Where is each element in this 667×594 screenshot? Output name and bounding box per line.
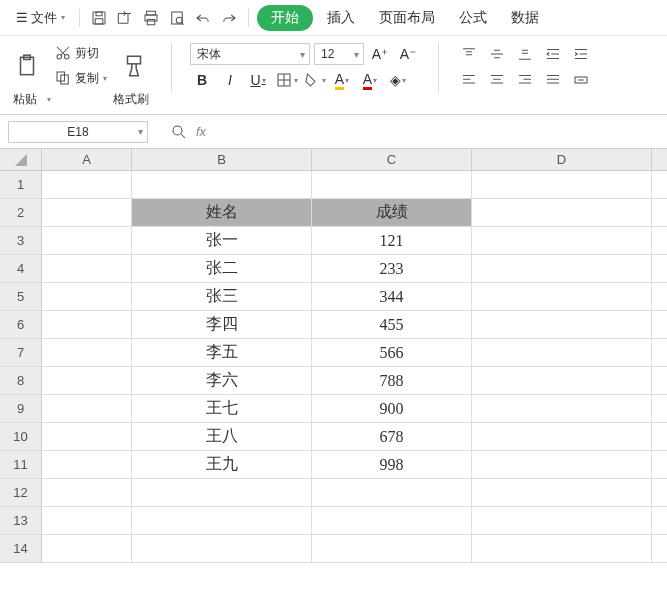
cell[interactable] <box>42 451 132 478</box>
cell[interactable]: 121 <box>312 227 472 254</box>
cell[interactable] <box>42 367 132 394</box>
fill-color-button[interactable]: ▾ <box>302 68 326 92</box>
col-header-C[interactable]: C <box>312 149 472 170</box>
undo-icon[interactable] <box>192 7 214 29</box>
cell[interactable]: 李五 <box>132 339 312 366</box>
save-as-icon[interactable] <box>114 7 136 29</box>
cell[interactable] <box>42 199 132 226</box>
row-header[interactable]: 12 <box>0 479 42 506</box>
cell[interactable] <box>472 227 652 254</box>
cell[interactable]: 成绩 <box>312 199 472 226</box>
align-top-button[interactable] <box>457 42 481 66</box>
row-header[interactable]: 5 <box>0 283 42 310</box>
cell[interactable]: 李四 <box>132 311 312 338</box>
cell[interactable]: 王九 <box>132 451 312 478</box>
row-header[interactable]: 4 <box>0 255 42 282</box>
increase-font-button[interactable]: A⁺ <box>368 42 392 66</box>
row-header[interactable]: 14 <box>0 535 42 562</box>
bold-button[interactable]: B <box>190 68 214 92</box>
cell[interactable] <box>132 535 312 562</box>
tab-insert[interactable]: 插入 <box>317 5 365 31</box>
cell[interactable] <box>472 199 652 226</box>
preview-icon[interactable] <box>166 7 188 29</box>
row-header[interactable]: 10 <box>0 423 42 450</box>
cell[interactable] <box>472 255 652 282</box>
cell[interactable] <box>42 255 132 282</box>
row-header[interactable]: 11 <box>0 451 42 478</box>
cell[interactable] <box>312 507 472 534</box>
copy-button[interactable]: 复制▾ <box>50 67 111 89</box>
cell[interactable] <box>42 283 132 310</box>
row-header[interactable]: 8 <box>0 367 42 394</box>
paste-button[interactable] <box>8 51 46 81</box>
hamburger-menu[interactable]: ☰ 文件 ▾ <box>10 6 71 30</box>
cell[interactable]: 566 <box>312 339 472 366</box>
cell[interactable]: 455 <box>312 311 472 338</box>
cell[interactable]: 900 <box>312 395 472 422</box>
cell[interactable]: 788 <box>312 367 472 394</box>
tab-data[interactable]: 数据 <box>501 5 549 31</box>
decrease-font-button[interactable]: A⁻ <box>396 42 420 66</box>
format-painter-button[interactable] <box>115 51 153 81</box>
col-header-D[interactable]: D <box>472 149 652 170</box>
col-header-B[interactable]: B <box>132 149 312 170</box>
cell[interactable] <box>312 171 472 198</box>
cell[interactable] <box>42 395 132 422</box>
increase-indent-button[interactable] <box>569 42 593 66</box>
cell[interactable] <box>472 423 652 450</box>
cell[interactable] <box>42 227 132 254</box>
cell[interactable] <box>472 507 652 534</box>
cell[interactable] <box>472 283 652 310</box>
cell[interactable] <box>42 311 132 338</box>
print-icon[interactable] <box>140 7 162 29</box>
redo-icon[interactable] <box>218 7 240 29</box>
select-all-corner[interactable] <box>0 149 42 170</box>
underline-button[interactable]: U▾ <box>246 68 270 92</box>
cell[interactable] <box>42 171 132 198</box>
cell[interactable]: 张三 <box>132 283 312 310</box>
font-name-select[interactable]: 宋体 <box>190 43 310 65</box>
tab-layout[interactable]: 页面布局 <box>369 5 445 31</box>
cell[interactable] <box>472 171 652 198</box>
row-header[interactable]: 6 <box>0 311 42 338</box>
cell[interactable]: 王七 <box>132 395 312 422</box>
italic-button[interactable]: I <box>218 68 242 92</box>
cell[interactable] <box>132 171 312 198</box>
cell[interactable] <box>42 535 132 562</box>
align-center-button[interactable] <box>485 68 509 92</box>
cell[interactable] <box>472 367 652 394</box>
cell[interactable] <box>42 479 132 506</box>
row-header[interactable]: 1 <box>0 171 42 198</box>
name-box[interactable]: E18 <box>8 121 148 143</box>
formula-input[interactable] <box>212 121 659 143</box>
cell[interactable] <box>312 535 472 562</box>
cell[interactable] <box>472 479 652 506</box>
cell[interactable] <box>132 507 312 534</box>
cell[interactable]: 李六 <box>132 367 312 394</box>
cell[interactable] <box>42 507 132 534</box>
row-header[interactable]: 9 <box>0 395 42 422</box>
tab-start[interactable]: 开始 <box>257 5 313 31</box>
cell[interactable]: 姓名 <box>132 199 312 226</box>
phonetic-button[interactable]: ◈▾ <box>386 68 410 92</box>
save-icon[interactable] <box>88 7 110 29</box>
cell[interactable] <box>472 395 652 422</box>
row-header[interactable]: 13 <box>0 507 42 534</box>
cell[interactable]: 张二 <box>132 255 312 282</box>
search-icon[interactable] <box>168 121 190 143</box>
row-header[interactable]: 7 <box>0 339 42 366</box>
cell[interactable] <box>42 339 132 366</box>
cut-button[interactable]: 剪切 <box>50 42 111 64</box>
align-bottom-button[interactable] <box>513 42 537 66</box>
cell[interactable]: 998 <box>312 451 472 478</box>
merge-button[interactable] <box>569 68 593 92</box>
spreadsheet-grid[interactable]: A B C D 12姓名成绩3张一1214张二2335张三3446李四4557李… <box>0 149 667 563</box>
cell[interactable] <box>472 535 652 562</box>
cell[interactable] <box>472 451 652 478</box>
decrease-indent-button[interactable] <box>541 42 565 66</box>
cell[interactable]: 张一 <box>132 227 312 254</box>
align-right-button[interactable] <box>513 68 537 92</box>
cell[interactable]: 678 <box>312 423 472 450</box>
font-size-select[interactable]: 12 <box>314 43 364 65</box>
row-header[interactable]: 3 <box>0 227 42 254</box>
